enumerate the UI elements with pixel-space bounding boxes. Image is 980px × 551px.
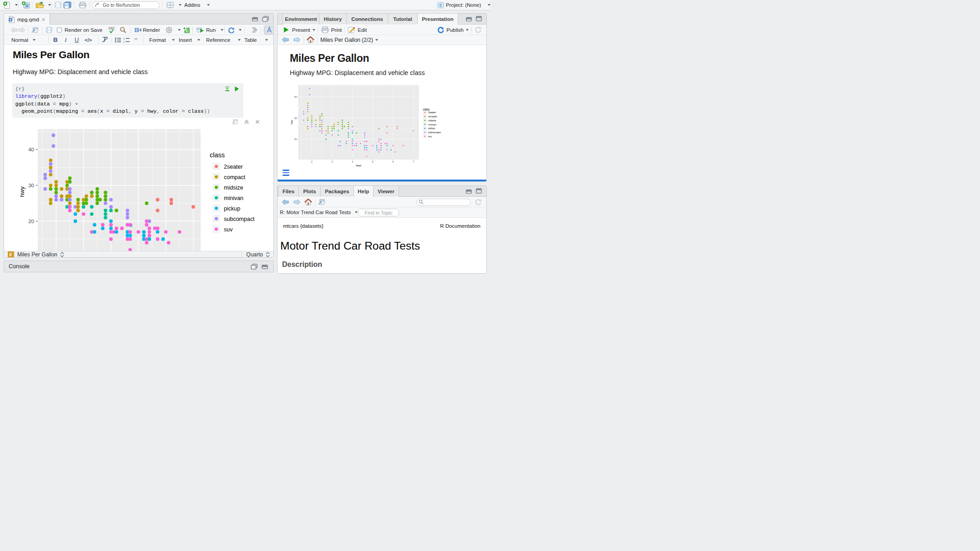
- svg-text:pickup: pickup: [224, 205, 240, 211]
- svg-text:minivan: minivan: [224, 195, 243, 201]
- svg-text:#: #: [9, 252, 12, 257]
- svg-text:2: 2: [123, 40, 125, 43]
- svg-text:3: 3: [332, 161, 333, 163]
- svg-text:7: 7: [413, 161, 414, 163]
- svg-text:displ: displ: [356, 164, 361, 167]
- svg-text:midsize: midsize: [428, 119, 436, 122]
- svg-text:pickup: pickup: [428, 127, 435, 130]
- svg-text:2: 2: [311, 161, 313, 163]
- svg-text:midsize: midsize: [224, 184, 243, 190]
- svg-text:2seater: 2seater: [224, 163, 243, 170]
- svg-text:40: 40: [28, 147, 34, 152]
- svg-text:ABC: ABC: [108, 26, 116, 30]
- svg-text:suv: suv: [428, 135, 432, 138]
- svg-text:compact: compact: [224, 174, 246, 180]
- svg-text:compact: compact: [428, 115, 437, 118]
- svg-text:40: 40: [294, 96, 297, 98]
- svg-text:6: 6: [393, 161, 394, 163]
- svg-text:20: 20: [28, 218, 34, 224]
- svg-text:2seater: 2seater: [428, 111, 436, 114]
- svg-text:R: R: [26, 4, 29, 8]
- svg-text:suv: suv: [224, 226, 233, 232]
- svg-text:5: 5: [372, 161, 374, 163]
- svg-text:1: 1: [123, 37, 125, 40]
- svg-text:subcompact: subcompact: [428, 131, 441, 134]
- svg-text:20: 20: [294, 138, 297, 140]
- svg-text:4: 4: [352, 161, 353, 163]
- svg-text:subcompact: subcompact: [224, 215, 255, 222]
- svg-text:hwy: hwy: [290, 120, 293, 125]
- svg-text:hwy: hwy: [19, 186, 25, 197]
- svg-text:R: R: [439, 4, 442, 8]
- svg-text:class: class: [210, 151, 225, 159]
- svg-text:30: 30: [28, 182, 34, 188]
- svg-text:30: 30: [294, 117, 297, 120]
- svg-text:minivan: minivan: [428, 123, 436, 126]
